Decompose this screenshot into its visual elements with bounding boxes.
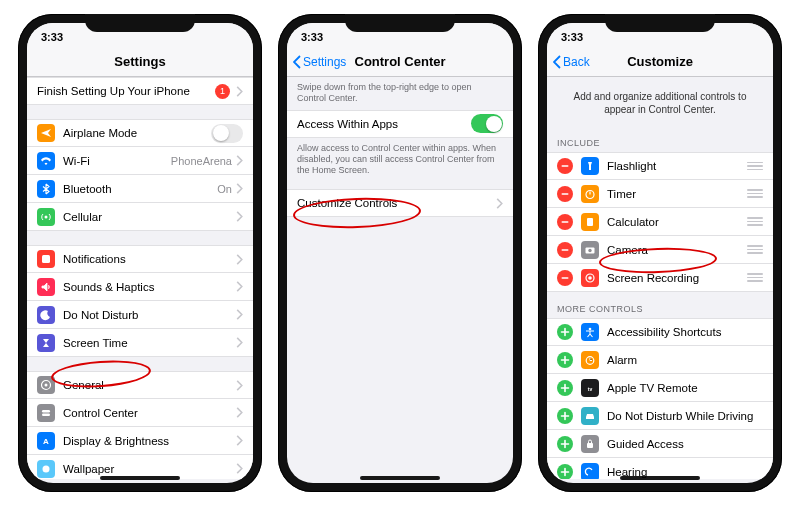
svg-text:A: A <box>43 437 49 446</box>
chevron-right-icon <box>236 281 243 292</box>
more-row-alarm[interactable]: Alarm <box>547 346 773 374</box>
remove-button[interactable] <box>557 158 573 174</box>
remove-button[interactable] <box>557 214 573 230</box>
remove-button[interactable] <box>557 270 573 286</box>
row-finish-setup[interactable]: Finish Setting Up Your iPhone 1 <box>27 77 253 105</box>
home-indicator[interactable] <box>360 476 440 480</box>
access-note: Allow access to Control Center within ap… <box>287 138 513 182</box>
chevron-right-icon <box>236 435 243 446</box>
label: Guided Access <box>607 438 763 450</box>
status-time: 3:33 <box>301 31 323 43</box>
airplane-icon <box>37 124 55 142</box>
airplane-toggle[interactable] <box>211 124 243 143</box>
more-row-dnd-driving[interactable]: Do Not Disturb While Driving <box>547 402 773 430</box>
chevron-right-icon <box>496 198 503 209</box>
calculator-icon <box>581 213 599 231</box>
row-screentime[interactable]: Screen Time <box>27 329 253 357</box>
row-airplane-mode[interactable]: Airplane Mode <box>27 119 253 147</box>
label: Accessibility Shortcuts <box>607 326 763 338</box>
page-title: Customize <box>627 54 693 69</box>
navbar: Settings <box>27 47 253 77</box>
page-title: Control Center <box>355 54 446 69</box>
flashlight-icon <box>581 157 599 175</box>
reorder-grip-icon[interactable] <box>747 217 763 226</box>
svg-rect-31 <box>562 193 569 195</box>
chevron-right-icon <box>236 463 243 474</box>
add-button[interactable] <box>557 380 573 396</box>
row-control-center[interactable]: Control Center <box>27 399 253 427</box>
label: Customize Controls <box>297 197 496 209</box>
include-row-screen-recording[interactable]: Screen Recording <box>547 264 773 292</box>
chevron-right-icon <box>236 309 243 320</box>
label: Control Center <box>63 407 236 419</box>
more-row-guided-access[interactable]: Guided Access <box>547 430 773 458</box>
reorder-grip-icon[interactable] <box>747 162 763 171</box>
svg-rect-34 <box>587 218 593 226</box>
row-bluetooth[interactable]: Bluetooth On <box>27 175 253 203</box>
accessibility-icon <box>581 323 599 341</box>
home-indicator[interactable] <box>620 476 700 480</box>
row-sounds[interactable]: Sounds & Haptics <box>27 273 253 301</box>
chevron-right-icon <box>236 155 243 166</box>
back-label: Settings <box>303 55 346 69</box>
label: Access Within Apps <box>297 118 471 130</box>
apple-tv-icon: tv <box>581 379 599 397</box>
hourglass-icon <box>37 334 55 352</box>
label: Display & Brightness <box>63 435 236 447</box>
include-row-calculator[interactable]: Calculator <box>547 208 773 236</box>
notch <box>85 14 195 32</box>
label: Notifications <box>63 253 236 265</box>
reorder-grip-icon[interactable] <box>747 189 763 198</box>
label: Cellular <box>63 211 236 223</box>
row-wifi[interactable]: Wi-Fi PhoneArena <box>27 147 253 175</box>
car-icon <box>581 407 599 425</box>
row-general[interactable]: General <box>27 371 253 399</box>
svg-rect-35 <box>562 249 569 251</box>
add-button[interactable] <box>557 324 573 340</box>
back-button[interactable]: Settings <box>293 47 346 76</box>
label: Timer <box>607 188 741 200</box>
include-row-timer[interactable]: Timer <box>547 180 773 208</box>
more-row-apple-tv[interactable]: tv Apple TV Remote <box>547 374 773 402</box>
label: Sounds & Haptics <box>63 281 236 293</box>
alarm-icon <box>581 351 599 369</box>
include-row-flashlight[interactable]: Flashlight <box>547 152 773 180</box>
label: Alarm <box>607 354 763 366</box>
dnd-moon-icon <box>37 306 55 324</box>
label: Bluetooth <box>63 183 217 195</box>
include-header: INCLUDE <box>547 126 773 152</box>
row-cellular[interactable]: Cellular <box>27 203 253 231</box>
row-dnd[interactable]: Do Not Disturb <box>27 301 253 329</box>
remove-button[interactable] <box>557 186 573 202</box>
back-label: Back <box>563 55 590 69</box>
remove-button[interactable] <box>557 242 573 258</box>
home-indicator[interactable] <box>100 476 180 480</box>
svg-point-40 <box>588 276 592 280</box>
add-button[interactable] <box>557 436 573 452</box>
display-text-icon: A <box>37 432 55 450</box>
svg-rect-33 <box>562 221 569 223</box>
bluetooth-icon <box>37 180 55 198</box>
navbar: Back Customize <box>547 47 773 77</box>
access-toggle[interactable] <box>471 114 503 133</box>
add-button[interactable] <box>557 408 573 424</box>
status-time: 3:33 <box>561 31 583 43</box>
add-button[interactable] <box>557 464 573 480</box>
label: Do Not Disturb While Driving <box>607 410 763 422</box>
reorder-grip-icon[interactable] <box>747 273 763 282</box>
wifi-settings-icon <box>37 152 55 170</box>
svg-text:tv: tv <box>588 385 593 391</box>
svg-rect-11 <box>42 410 50 413</box>
row-customize-controls[interactable]: Customize Controls <box>287 189 513 217</box>
include-row-camera[interactable]: Camera <box>547 236 773 264</box>
camera-icon <box>581 241 599 259</box>
reorder-grip-icon[interactable] <box>747 245 763 254</box>
phone-settings: 3:33 Settings Finish Setting Up Your iPh… <box>18 14 262 492</box>
row-access-within-apps[interactable]: Access Within Apps <box>287 110 513 138</box>
row-display[interactable]: A Display & Brightness <box>27 427 253 455</box>
add-button[interactable] <box>557 352 573 368</box>
back-button[interactable]: Back <box>553 47 590 76</box>
more-row-accessibility[interactable]: Accessibility Shortcuts <box>547 318 773 346</box>
svg-point-14 <box>43 465 50 472</box>
row-notifications[interactable]: Notifications <box>27 245 253 273</box>
